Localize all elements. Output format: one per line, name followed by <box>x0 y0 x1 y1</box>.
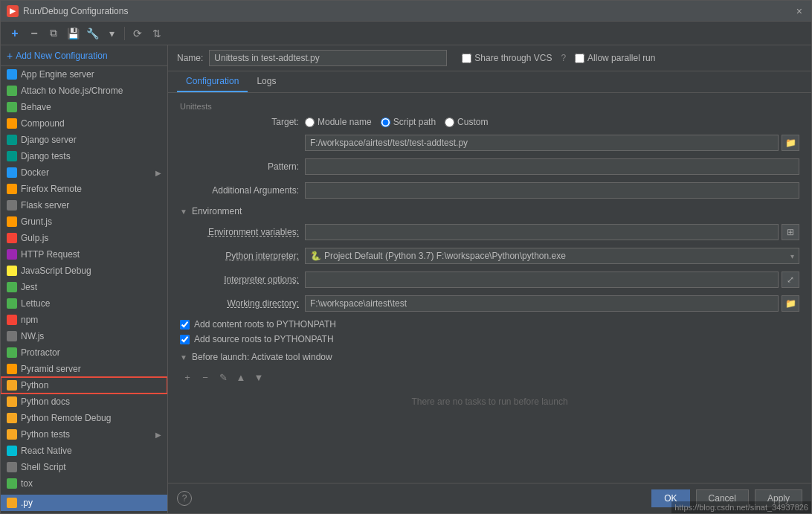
sidebar-item-react-native[interactable]: React Native <box>1 443 167 459</box>
main-window: ▶ Run/Debug Configurations × + − ⧉ 💾 🔧 ▾… <box>0 0 812 514</box>
remove-config-button[interactable]: − <box>26 25 42 42</box>
interp-options-input[interactable] <box>305 272 779 288</box>
add-content-roots-checkbox[interactable] <box>180 320 190 330</box>
working-dir-input-group: 📁 <box>305 295 799 312</box>
sidebar-item-pyramid[interactable]: Pyramid server <box>1 361 167 377</box>
radio-script-path-input[interactable] <box>381 118 390 127</box>
restore-icon: ⟳ <box>133 28 142 39</box>
wrench-button[interactable]: 🔧 <box>84 25 100 42</box>
sidebar-item-selected-py[interactable]: .py <box>1 495 167 511</box>
sidebar-item-django-tests[interactable]: Django tests <box>1 148 167 164</box>
restore-button[interactable]: ⟳ <box>129 25 146 42</box>
script-path-browse-button[interactable]: 📁 <box>782 135 799 151</box>
sidebar-item-lettuce[interactable]: Lettuce <box>1 295 167 312</box>
working-dir-input[interactable] <box>305 295 779 312</box>
before-launch-down-button[interactable]: ▼ <box>251 370 266 385</box>
sidebar: + Add New Configuration App Engine serve… <box>1 45 168 513</box>
environment-section-header[interactable]: ▼ Environment <box>180 206 799 216</box>
env-vars-browse-button[interactable]: ⊞ <box>782 224 799 240</box>
name-input[interactable] <box>209 50 447 66</box>
config-panel: Unittests Target: Module name Script pat… <box>168 93 811 483</box>
before-launch-header[interactable]: ▼ Before launch: Activate tool window <box>180 352 799 362</box>
sidebar-item-python-remote-debug[interactable]: Python Remote Debug <box>1 410 167 426</box>
compound-icon <box>7 118 17 129</box>
sidebar-item-label: Grunt.js <box>21 216 52 227</box>
additional-args-input[interactable] <box>305 182 799 199</box>
allow-parallel-checkbox[interactable] <box>575 54 584 63</box>
save-config-button[interactable]: 💾 <box>65 25 81 42</box>
sidebar-item-label: .py <box>21 498 33 508</box>
before-launch-add-button[interactable]: + <box>180 370 195 385</box>
sidebar-item-python-docs[interactable]: Python docs <box>1 393 167 410</box>
sidebar-item-shell-script[interactable]: Shell Script <box>1 459 167 475</box>
add-new-configuration-item[interactable]: + Add New Configuration <box>1 45 167 66</box>
before-launch-remove-button[interactable]: − <box>198 370 213 385</box>
env-vars-label: Environment variables: <box>180 227 299 237</box>
sidebar-item-http[interactable]: HTTP Request <box>1 246 167 263</box>
lettuce-icon <box>7 298 17 309</box>
name-bar: Name: Share through VCS ? Allow parallel… <box>168 45 811 71</box>
radio-custom[interactable]: Custom <box>445 117 488 127</box>
arrow-down-button[interactable]: ▾ <box>103 25 120 42</box>
wrench-icon: 🔧 <box>86 28 99 39</box>
radio-module-name[interactable]: Module name <box>305 117 372 127</box>
sidebar-item-python-tests[interactable]: Python tests ▶ <box>1 426 167 443</box>
allow-parallel-label[interactable]: Allow parallel run <box>575 53 655 63</box>
sidebar-item-label: Python <box>21 380 48 391</box>
close-button[interactable]: × <box>793 5 805 17</box>
script-path-input[interactable] <box>305 135 779 151</box>
sidebar-item-grunt[interactable]: Grunt.js <box>1 213 167 230</box>
sidebar-item-npm[interactable]: npm <box>1 312 167 328</box>
sidebar-item-behave[interactable]: Behave <box>1 99 167 115</box>
sidebar-item-nwjs[interactable]: NW.js <box>1 328 167 344</box>
django-tests-icon <box>7 151 17 161</box>
protractor-icon <box>7 347 17 358</box>
sidebar-item-label: Jest <box>21 282 37 292</box>
nwjs-icon <box>7 331 17 341</box>
sidebar-item-app-engine[interactable]: App Engine server <box>1 66 167 83</box>
interp-options-expand-button[interactable]: ⤢ <box>782 272 799 288</box>
tab-logs[interactable]: Logs <box>248 71 285 92</box>
python-interp-select[interactable]: 🐍 Project Default (Python 3.7) F:\worksp… <box>305 248 799 264</box>
tab-configuration[interactable]: Configuration <box>177 71 248 92</box>
before-launch-edit-button[interactable]: ✎ <box>216 370 231 385</box>
add-source-roots-checkbox[interactable] <box>180 335 190 344</box>
share-vcs-checkbox[interactable] <box>462 54 471 63</box>
radio-module-name-input[interactable] <box>305 118 315 127</box>
copy-config-button[interactable]: ⧉ <box>45 25 62 42</box>
sidebar-item-label: Shell Script <box>21 462 66 472</box>
radio-custom-input[interactable] <box>445 118 454 127</box>
sidebar-item-docker[interactable]: Docker ▶ <box>1 164 167 181</box>
sidebar-item-python[interactable]: Python <box>1 377 167 393</box>
add-config-button[interactable]: + <box>7 25 23 42</box>
env-vars-row: Environment variables: ⊞ <box>180 224 799 240</box>
sidebar-item-label: Lettuce <box>21 298 50 309</box>
sidebar-item-jest[interactable]: Jest <box>1 279 167 295</box>
sidebar-item-compound[interactable]: Compound <box>1 115 167 132</box>
share-vcs-label[interactable]: Share through VCS <box>462 53 552 63</box>
add-source-roots-label: Add source roots to PYTHONPATH <box>194 334 334 344</box>
radio-script-path[interactable]: Script path <box>381 117 436 127</box>
sidebar-item-flask[interactable]: Flask server <box>1 197 167 213</box>
sidebar-item-js-debug[interactable]: JavaScript Debug <box>1 263 167 279</box>
pattern-input[interactable] <box>305 158 799 175</box>
python-tests-icon <box>7 429 17 440</box>
sidebar-item-attach-node[interactable]: Attach to Node.js/Chrome <box>1 83 167 99</box>
working-dir-browse-button[interactable]: 📁 <box>782 295 799 312</box>
sidebar-item-label: Firefox Remote <box>21 184 82 194</box>
pyramid-icon <box>7 364 17 374</box>
sidebar-item-tox[interactable]: tox <box>1 475 167 492</box>
jest-icon <box>7 282 17 292</box>
sidebar-item-django-server[interactable]: Django server <box>1 132 167 148</box>
sidebar-item-label: Python Remote Debug <box>21 413 111 423</box>
help-button[interactable]: ? <box>177 491 192 506</box>
sidebar-item-gulp[interactable]: Gulp.js <box>1 230 167 246</box>
sidebar-item-firefox-remote[interactable]: Firefox Remote <box>1 181 167 197</box>
sort-button[interactable]: ⇅ <box>149 25 165 42</box>
env-vars-input[interactable] <box>305 224 779 240</box>
add-source-roots-row: Add source roots to PYTHONPATH <box>180 334 799 344</box>
watermark: https://blog.csdn.net/sinat_34937826 <box>671 501 811 513</box>
tox-icon <box>7 478 17 489</box>
sidebar-item-protractor[interactable]: Protractor <box>1 344 167 361</box>
before-launch-up-button[interactable]: ▲ <box>233 370 248 385</box>
